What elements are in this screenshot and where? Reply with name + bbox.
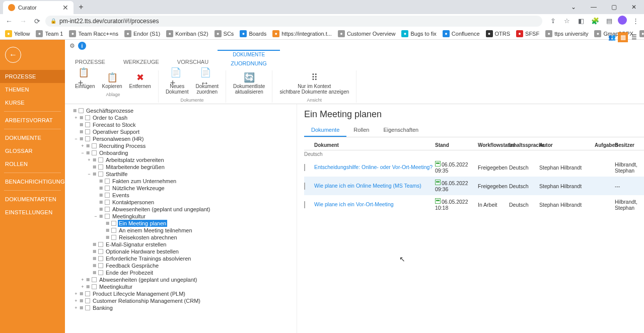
- tree-checkbox[interactable]: [105, 200, 110, 205]
- tree-drag-icon[interactable]: ▮▮: [99, 178, 102, 185]
- tree-expand-icon[interactable]: +: [80, 276, 85, 283]
- tree-item[interactable]: ▮▮Operativer Support: [67, 128, 295, 135]
- minimize-button[interactable]: —: [584, 0, 604, 14]
- tree-item[interactable]: ▮▮Kontaktpersonen: [67, 199, 295, 206]
- tree-drag-icon[interactable]: ▮▮: [93, 163, 96, 171]
- ribbon-button[interactable]: 📄+NeuesDokument: [163, 70, 192, 96]
- tree-drag-icon[interactable]: ▮▮: [80, 135, 83, 142]
- profile-icon[interactable]: [618, 16, 627, 25]
- ribbon-button[interactable]: 📄↔Dokumentzuordnen: [192, 70, 222, 96]
- tree-drag-icon[interactable]: ▮▮: [93, 171, 96, 178]
- tree-checkbox[interactable]: [85, 136, 90, 141]
- tree-item[interactable]: ▮▮Feedback Gespräche: [67, 262, 295, 269]
- tree-drag-icon[interactable]: ▮▮: [80, 128, 83, 135]
- info-icon[interactable]: i: [78, 42, 86, 50]
- tree-checkbox[interactable]: [98, 263, 103, 268]
- bookmark-item[interactable]: ●Team 1: [34, 29, 65, 38]
- tree-drag-icon[interactable]: ▮▮: [93, 248, 96, 255]
- back-button[interactable]: ←: [3, 15, 15, 27]
- sidebar-item[interactable]: KURSE: [0, 96, 65, 109]
- tree-checkbox[interactable]: [85, 129, 90, 134]
- col-document[interactable]: Dokument: [314, 142, 435, 148]
- tree-item[interactable]: ▮▮Forecast to Stock: [67, 121, 295, 128]
- tree-item[interactable]: +▮▮Banking: [67, 304, 295, 311]
- tree-checkbox[interactable]: [98, 164, 103, 170]
- tree-checkbox[interactable]: [98, 270, 103, 275]
- tree-expand-icon[interactable]: +: [74, 290, 79, 297]
- tree-item[interactable]: ▮▮Abwesenheiten (geplant und ungeplant): [67, 206, 295, 213]
- ribbon-button[interactable]: 📋+Einfügen: [72, 70, 98, 90]
- bookmark-item[interactable]: ●SCs: [212, 29, 236, 38]
- bookmark-item[interactable]: ●OTRS: [484, 29, 513, 38]
- bookmark-item[interactable]: ●Bugs to fix: [399, 29, 438, 38]
- ribbon-button[interactable]: 🔄Dokumentlisteaktualisieren: [230, 70, 268, 96]
- menu-icon[interactable]: ⋮: [630, 16, 641, 27]
- col-stand[interactable]: Stand: [435, 142, 478, 148]
- tree-drag-icon[interactable]: ▮▮: [80, 304, 83, 311]
- bookmark-item[interactable]: ●Customer Overview: [336, 29, 398, 38]
- tree-item[interactable]: +▮▮Order to Cash: [67, 114, 295, 121]
- tree-item[interactable]: ▮▮Ein Meeting planen: [67, 220, 295, 227]
- grid-view-icon[interactable]: ▦: [618, 32, 628, 42]
- tree-drag-icon[interactable]: ▮▮: [93, 269, 96, 276]
- tree-drag-icon[interactable]: ▮▮: [86, 142, 89, 149]
- list-view-icon[interactable]: ☰: [629, 32, 639, 42]
- tree-item[interactable]: +▮▮Customer Relationship Management (CRM…: [67, 297, 295, 304]
- tree-expand-icon[interactable]: −: [80, 149, 85, 156]
- tree-checkbox[interactable]: [92, 284, 97, 289]
- tree-item[interactable]: ▮▮Ende der Probezeit: [67, 269, 295, 276]
- tree-checkbox[interactable]: [92, 143, 97, 148]
- users-icon[interactable]: 👥: [607, 32, 617, 42]
- bookmark-item[interactable]: ●https://integration.t...: [270, 29, 334, 38]
- tree-item[interactable]: ▮▮Nützliche Werkzeuge: [67, 185, 295, 192]
- extension-icon[interactable]: ◧: [576, 16, 587, 27]
- bookmark-item[interactable]: ●ttps university: [543, 29, 590, 38]
- tree-checkbox[interactable]: [92, 277, 97, 282]
- tree-drag-icon[interactable]: ▮▮: [86, 276, 89, 283]
- new-tab-button[interactable]: +: [76, 2, 87, 13]
- tree-item[interactable]: −▮▮Starthilfe: [67, 171, 295, 178]
- puzzle-icon[interactable]: 🧩: [590, 16, 601, 27]
- tree-drag-icon[interactable]: ▮▮: [99, 185, 102, 192]
- tree-checkbox[interactable]: [98, 256, 103, 261]
- tree-expand-icon[interactable]: +: [74, 297, 79, 304]
- tree-item[interactable]: ▮▮Optionale Hardware bestellen: [67, 248, 295, 255]
- tree-checkbox[interactable]: [98, 242, 103, 247]
- tree-checkbox[interactable]: [111, 221, 116, 226]
- table-row[interactable]: Entscheidungshilfe: Online- oder Vor-Ort…: [304, 158, 644, 177]
- share-icon[interactable]: ⇪: [547, 16, 558, 27]
- tree-drag-icon[interactable]: ▮▮: [99, 199, 102, 206]
- maximize-button[interactable]: ▢: [604, 0, 624, 14]
- ribbon-button[interactable]: ✖Entfernen: [126, 70, 154, 90]
- gear-icon[interactable]: ⚙: [68, 42, 76, 50]
- tree-checkbox[interactable]: [105, 186, 110, 191]
- sidebar-back-button[interactable]: ←: [5, 47, 21, 63]
- detail-tab[interactable]: Dokumente: [304, 124, 346, 137]
- bookmark-item[interactable]: ●Yellow: [3, 29, 32, 38]
- tree-checkbox[interactable]: [98, 172, 103, 177]
- tree-item[interactable]: +▮▮Abwesenheiten (geplant und ungeplant): [67, 276, 295, 283]
- sidebar-item[interactable]: ARBEITSVORRAT: [0, 114, 65, 127]
- col-language[interactable]: Inhaltssprache: [509, 142, 539, 148]
- tree-item[interactable]: ▮▮Reisekosten abrechnen: [67, 234, 295, 241]
- tree-item[interactable]: +▮▮Recruiting Process: [67, 142, 295, 149]
- ribbon-tab[interactable]: PROZESSE: [66, 57, 114, 67]
- col-tasks[interactable]: Aufgaben: [595, 142, 615, 148]
- tree-drag-icon[interactable]: ▮▮: [93, 262, 96, 269]
- tree-checkbox[interactable]: [79, 108, 84, 113]
- tree-drag-icon[interactable]: ▮▮: [80, 297, 83, 304]
- ribbon-button[interactable]: ⠿Nur im Kontextsichtbare Dokumente anzei…: [276, 70, 352, 96]
- bookmark-item[interactable]: ●Endor (S1): [122, 29, 162, 38]
- close-window-button[interactable]: ✕: [624, 0, 644, 14]
- chevron-down-icon[interactable]: ⌄: [563, 0, 584, 14]
- tree-drag-icon[interactable]: ▮▮: [86, 149, 89, 156]
- tree-drag-icon[interactable]: ▮▮: [93, 241, 96, 248]
- tree-checkbox[interactable]: [85, 298, 90, 303]
- tree-panel[interactable]: ▮▮Geschäftsprozesse+▮▮Order to Cash▮▮For…: [65, 104, 297, 333]
- reload-button[interactable]: ⟳: [31, 15, 43, 27]
- tree-drag-icon[interactable]: ▮▮: [80, 114, 83, 121]
- tree-checkbox[interactable]: [85, 122, 90, 127]
- tree-checkbox[interactable]: [105, 193, 110, 198]
- star-icon[interactable]: ☆: [561, 16, 573, 27]
- tree-checkbox[interactable]: [98, 157, 103, 162]
